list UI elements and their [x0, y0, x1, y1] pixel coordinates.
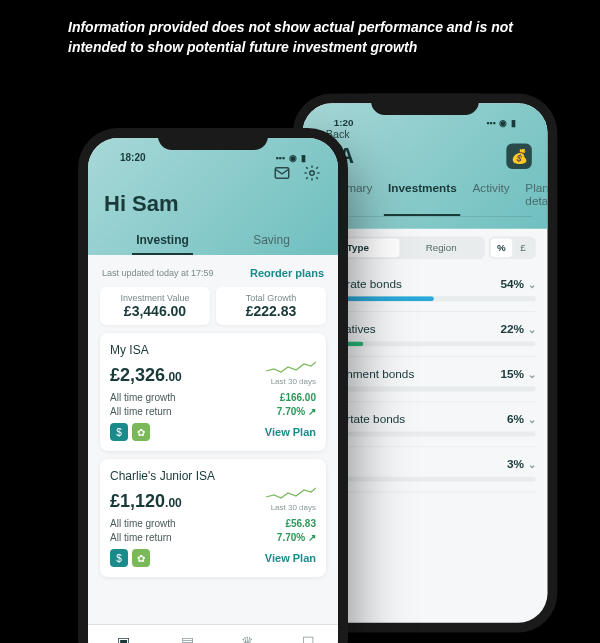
chevron-down-icon: ⌄: [528, 368, 536, 379]
plan-list: My ISA £2,326.00 Last 30 days All time g…: [100, 333, 326, 577]
status-time: 18:20: [120, 152, 146, 163]
spark-label: Last 30 days: [266, 377, 316, 386]
status-right: ▪▪▪ ◉ ▮: [275, 152, 306, 163]
tab-plan-details[interactable]: Plan details: [521, 175, 547, 216]
growth-label: All time growth: [110, 392, 176, 403]
isa-tabs: Summary Investments Activity Plan detail…: [318, 175, 532, 217]
rewards-icon: ♛: [232, 634, 264, 643]
trend-up-icon: ↗: [308, 532, 316, 543]
tab-saving[interactable]: Saving: [249, 227, 294, 255]
tab-investing[interactable]: Investing: [132, 227, 193, 255]
sparkline-icon: [266, 485, 316, 501]
signal-icon: ▪▪▪: [486, 118, 495, 128]
reorder-plans-link[interactable]: Reorder plans: [250, 267, 324, 279]
wifi-icon: ◉: [289, 153, 297, 163]
articles-icon: ▤: [174, 634, 200, 643]
growth-value: £56.83: [285, 518, 316, 529]
total-growth-card: Total Growth £222.83: [216, 287, 326, 325]
growth-label: All time growth: [110, 518, 176, 529]
chevron-down-icon: ⌄: [528, 459, 536, 470]
allocation-percent: 3% ⌄: [507, 457, 536, 471]
wifi-icon: ◉: [499, 118, 507, 128]
segment-pound[interactable]: £: [512, 239, 534, 258]
dashboard-icon: ▣: [104, 634, 143, 643]
allocation-percent: 15% ⌄: [500, 367, 535, 381]
chevron-down-icon: ⌄: [528, 413, 536, 424]
allocation-percent: 22% ⌄: [500, 322, 535, 336]
greeting: Hi Sam: [104, 191, 322, 217]
investment-value-label: Investment Value: [106, 293, 204, 303]
tab-bar: ▣ Dashboard ▤ Articles ♛ Rewards ☐ Suppo…: [88, 624, 338, 643]
investment-value-card: Investment Value £3,446.00: [100, 287, 210, 325]
plan-name: My ISA: [110, 343, 316, 357]
status-right: ▪▪▪ ◉ ▮: [486, 117, 516, 128]
disclaimer-text: Information provided does not show actua…: [0, 0, 600, 67]
phone-notch: [158, 128, 268, 150]
header-icons: [104, 163, 322, 183]
view-plan-link[interactable]: View Plan: [265, 552, 316, 564]
header-dashboard: 18:20 ▪▪▪ ◉ ▮ Hi Sam Investing Saving: [88, 138, 338, 255]
tabbar-articles[interactable]: ▤ Articles: [174, 634, 200, 643]
leaf-icon: ✿: [132, 549, 150, 567]
screen-dashboard: 18:20 ▪▪▪ ◉ ▮ Hi Sam Investing Saving: [88, 138, 338, 643]
meta-row: Last updated today at 17:59 Reorder plan…: [100, 263, 326, 287]
money-bag-icon[interactable]: 💰: [506, 143, 531, 168]
return-value: 7.70% ↗: [277, 406, 316, 417]
chevron-down-icon: ⌄: [528, 278, 536, 289]
spark-label: Last 30 days: [266, 503, 316, 512]
segment-percent[interactable]: %: [491, 239, 513, 258]
svg-point-1: [310, 171, 315, 176]
plan-value: £1,120.00: [110, 491, 182, 512]
phone-notch: [371, 94, 479, 116]
content-area: Last updated today at 17:59 Reorder plan…: [88, 255, 338, 593]
tab-investments[interactable]: Investments: [384, 175, 460, 216]
tabbar-dashboard[interactable]: ▣ Dashboard: [104, 634, 143, 643]
plan-card[interactable]: My ISA £2,326.00 Last 30 days All time g…: [100, 333, 326, 451]
status-time: 1:20: [334, 117, 354, 128]
plan-name: Charlie's Junior ISA: [110, 469, 316, 483]
return-label: All time return: [110, 532, 172, 543]
investment-value: £3,446.00: [106, 303, 204, 319]
return-label: All time return: [110, 406, 172, 417]
view-plan-link[interactable]: View Plan: [265, 426, 316, 438]
battery-icon: ▮: [511, 118, 516, 128]
signal-icon: ▪▪▪: [275, 153, 285, 163]
total-growth-label: Total Growth: [222, 293, 320, 303]
allocation-percent: 54% ⌄: [500, 277, 535, 291]
plan-badges: $ ✿: [110, 423, 150, 441]
money-icon: $: [110, 423, 128, 441]
gear-icon[interactable]: [302, 163, 322, 183]
plan-value: £2,326.00: [110, 365, 182, 386]
allocation-percent: 6% ⌄: [507, 412, 536, 426]
tabbar-support[interactable]: ☐ Support: [294, 634, 322, 643]
sparkline-icon: [266, 359, 316, 375]
unit-segment[interactable]: % £: [489, 237, 536, 260]
main-tabs: Investing Saving: [104, 227, 322, 255]
last-updated: Last updated today at 17:59: [102, 268, 214, 278]
back-button[interactable]: ‹ Back: [318, 128, 532, 140]
mail-icon[interactable]: [272, 163, 292, 183]
chevron-down-icon: ⌄: [528, 323, 536, 334]
total-growth: £222.83: [222, 303, 320, 319]
tab-activity[interactable]: Activity: [468, 175, 513, 216]
leaf-icon: ✿: [132, 423, 150, 441]
plan-card[interactable]: Charlie's Junior ISA £1,120.00 Last 30 d…: [100, 459, 326, 577]
money-icon: $: [110, 549, 128, 567]
return-value: 7.70% ↗: [277, 532, 316, 543]
stat-cards: Investment Value £3,446.00 Total Growth …: [100, 287, 326, 325]
phone-dashboard: 18:20 ▪▪▪ ◉ ▮ Hi Sam Investing Saving: [78, 128, 348, 643]
trend-up-icon: ↗: [308, 406, 316, 417]
battery-icon: ▮: [301, 153, 306, 163]
plan-badges: $ ✿: [110, 549, 150, 567]
tabbar-rewards[interactable]: ♛ Rewards: [232, 634, 264, 643]
growth-value: £166.00: [280, 392, 316, 403]
segment-region[interactable]: Region: [400, 239, 483, 258]
support-icon: ☐: [294, 634, 322, 643]
